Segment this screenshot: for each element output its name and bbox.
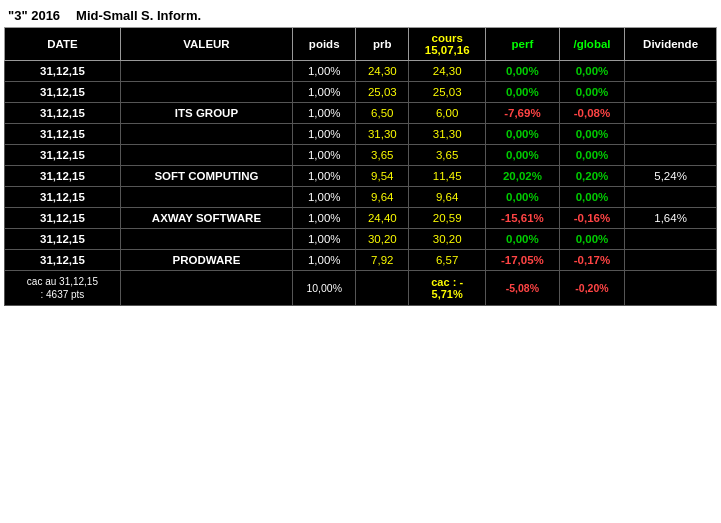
- footer-dividende: [625, 271, 717, 306]
- cell-date: 31,12,15: [5, 82, 121, 103]
- table-row: 31,12,15 ITS GROUP 1,00% 6,50 6,00 -7,69…: [5, 103, 717, 124]
- cell-poids: 1,00%: [293, 187, 356, 208]
- main-table: DATE VALEUR poids prb cours15,07,16 perf…: [4, 27, 717, 306]
- table-body: 31,12,15 1,00% 24,30 24,30 0,00% 0,00% 3…: [5, 61, 717, 306]
- cell-valeur: PRODWARE: [120, 250, 292, 271]
- cell-cours: 11,45: [409, 166, 486, 187]
- cell-date: 31,12,15: [5, 187, 121, 208]
- cell-date: 31,12,15: [5, 208, 121, 229]
- header-row: DATE VALEUR poids prb cours15,07,16 perf…: [5, 28, 717, 61]
- cell-prb: 6,50: [356, 103, 409, 124]
- cell-valeur: [120, 124, 292, 145]
- col-dividende: Dividende: [625, 28, 717, 61]
- footer-perf: -5,08%: [486, 271, 560, 306]
- table-header: DATE VALEUR poids prb cours15,07,16 perf…: [5, 28, 717, 61]
- footer-row: cac au 31,12,15: 4637 pts 10,00% cac : -…: [5, 271, 717, 306]
- cell-dividende: [625, 250, 717, 271]
- cell-prb: 9,64: [356, 187, 409, 208]
- cell-global: -0,16%: [559, 208, 624, 229]
- cell-perf: 0,00%: [486, 124, 560, 145]
- cell-date: 31,12,15: [5, 166, 121, 187]
- col-cours: cours15,07,16: [409, 28, 486, 61]
- cell-dividende: [625, 124, 717, 145]
- footer-cours: cac : -5,71%: [409, 271, 486, 306]
- cell-perf: 0,00%: [486, 82, 560, 103]
- cell-prb: 30,20: [356, 229, 409, 250]
- page-container: "3" 2016 Mid-Small S. Inform. DATE VALEU…: [0, 0, 721, 310]
- footer-poids: 10,00%: [293, 271, 356, 306]
- table-row: 31,12,15 1,00% 24,30 24,30 0,00% 0,00%: [5, 61, 717, 82]
- cell-dividende: [625, 103, 717, 124]
- footer-global: -0,20%: [559, 271, 624, 306]
- table-row: 31,12,15 AXWAY SOFTWARE 1,00% 24,40 20,5…: [5, 208, 717, 229]
- cell-valeur: [120, 145, 292, 166]
- cell-prb: 3,65: [356, 145, 409, 166]
- cell-global: 0,20%: [559, 166, 624, 187]
- header: "3" 2016 Mid-Small S. Inform.: [4, 8, 717, 23]
- header-right: Mid-Small S. Inform.: [76, 8, 201, 23]
- cell-date: 31,12,15: [5, 61, 121, 82]
- cell-global: 0,00%: [559, 61, 624, 82]
- cell-valeur: AXWAY SOFTWARE: [120, 208, 292, 229]
- cell-poids: 1,00%: [293, 103, 356, 124]
- cell-cours: 6,00: [409, 103, 486, 124]
- footer-prb: [356, 271, 409, 306]
- cell-poids: 1,00%: [293, 61, 356, 82]
- cell-global: 0,00%: [559, 145, 624, 166]
- cell-global: 0,00%: [559, 82, 624, 103]
- cell-valeur: [120, 61, 292, 82]
- cell-prb: 24,40: [356, 208, 409, 229]
- cell-poids: 1,00%: [293, 166, 356, 187]
- table-row: 31,12,15 1,00% 31,30 31,30 0,00% 0,00%: [5, 124, 717, 145]
- cell-global: 0,00%: [559, 187, 624, 208]
- table-row: 31,12,15 1,00% 30,20 30,20 0,00% 0,00%: [5, 229, 717, 250]
- cell-poids: 1,00%: [293, 124, 356, 145]
- cell-dividende: 1,64%: [625, 208, 717, 229]
- cell-prb: 25,03: [356, 82, 409, 103]
- cell-global: -0,17%: [559, 250, 624, 271]
- cell-date: 31,12,15: [5, 250, 121, 271]
- cell-dividende: [625, 61, 717, 82]
- col-poids: poids: [293, 28, 356, 61]
- cell-prb: 31,30: [356, 124, 409, 145]
- cell-prb: 9,54: [356, 166, 409, 187]
- cell-cours: 31,30: [409, 124, 486, 145]
- cell-prb: 24,30: [356, 61, 409, 82]
- cell-poids: 1,00%: [293, 208, 356, 229]
- cell-dividende: [625, 229, 717, 250]
- cell-date: 31,12,15: [5, 229, 121, 250]
- col-perf: perf: [486, 28, 560, 61]
- cell-cours: 6,57: [409, 250, 486, 271]
- cell-valeur: [120, 82, 292, 103]
- cell-perf: 20,02%: [486, 166, 560, 187]
- cell-perf: -7,69%: [486, 103, 560, 124]
- footer-valeur: [120, 271, 292, 306]
- cell-date: 31,12,15: [5, 124, 121, 145]
- col-prb: prb: [356, 28, 409, 61]
- header-left: "3" 2016: [8, 8, 60, 23]
- col-global: /global: [559, 28, 624, 61]
- cell-cours: 3,65: [409, 145, 486, 166]
- cell-cours: 9,64: [409, 187, 486, 208]
- table-row: 31,12,15 1,00% 25,03 25,03 0,00% 0,00%: [5, 82, 717, 103]
- table-row: 31,12,15 1,00% 9,64 9,64 0,00% 0,00%: [5, 187, 717, 208]
- table-row: 31,12,15 1,00% 3,65 3,65 0,00% 0,00%: [5, 145, 717, 166]
- cell-perf: 0,00%: [486, 145, 560, 166]
- cell-dividende: 5,24%: [625, 166, 717, 187]
- cell-prb: 7,92: [356, 250, 409, 271]
- cell-perf: -17,05%: [486, 250, 560, 271]
- cell-perf: 0,00%: [486, 229, 560, 250]
- cell-perf: 0,00%: [486, 61, 560, 82]
- col-date: DATE: [5, 28, 121, 61]
- cell-poids: 1,00%: [293, 82, 356, 103]
- cell-dividende: [625, 145, 717, 166]
- cell-valeur: [120, 229, 292, 250]
- cell-global: -0,08%: [559, 103, 624, 124]
- cell-cours: 25,03: [409, 82, 486, 103]
- cell-global: 0,00%: [559, 124, 624, 145]
- cell-dividende: [625, 82, 717, 103]
- cell-perf: -15,61%: [486, 208, 560, 229]
- cell-perf: 0,00%: [486, 187, 560, 208]
- cell-global: 0,00%: [559, 229, 624, 250]
- cell-poids: 1,00%: [293, 250, 356, 271]
